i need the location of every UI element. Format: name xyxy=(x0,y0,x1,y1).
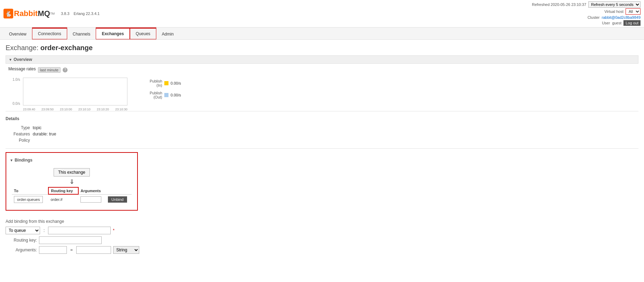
exchange-name: order-exchange xyxy=(40,44,93,52)
detail-row-type: Type topic xyxy=(8,125,638,130)
bindings-section-label: Bindings xyxy=(15,158,32,163)
rates-header: Message rates last minute ? xyxy=(8,66,638,73)
add-binding-to-row: To queue To exchange : * xyxy=(6,227,638,234)
nav-tabs: Overview Connections Channels Exchanges … xyxy=(0,28,644,40)
logo: 🐇 RabbitMQTM xyxy=(3,9,55,18)
down-arrow-icon: ⇓ xyxy=(12,178,132,186)
legend-publish-out-value: 0.00/s xyxy=(171,93,181,97)
chart-x-2: 23:10:00 xyxy=(60,108,72,111)
chart-x-1: 23:09:50 xyxy=(41,108,54,111)
detail-features-label: Features xyxy=(8,132,33,136)
tab-queues[interactable]: Queues xyxy=(130,28,156,39)
binding-routing-key-cell: order.# xyxy=(48,194,78,204)
logo-icon: 🐇 xyxy=(3,9,13,18)
help-icon[interactable]: ? xyxy=(63,68,68,72)
col-routing-key: Routing key xyxy=(48,187,78,194)
legend-publish-out-label: Publish(Out) xyxy=(138,91,162,99)
legend-publish-out-color xyxy=(164,93,168,97)
bindings-table: To Routing key Arguments order-queues or… xyxy=(12,187,132,204)
overview-arrow-icon: ▼ xyxy=(9,58,12,62)
details-section-header[interactable]: Details xyxy=(6,115,638,123)
logo-mq-text: MQ xyxy=(38,9,50,18)
legend-publish-in-label: Publish(In) xyxy=(138,79,162,87)
arguments-value-input[interactable] xyxy=(76,246,111,254)
this-exchange-container: This exchange ⇓ xyxy=(12,168,132,186)
chart-area xyxy=(23,78,127,105)
chart-x-5: 23:10:30 xyxy=(115,108,127,111)
legend-publish-in: Publish(In) 0.00/s xyxy=(138,79,181,87)
page-title-prefix: Exchange: xyxy=(6,44,39,52)
binding-arguments-cell xyxy=(78,194,106,204)
details-section: Details Type topic Features durable: tru… xyxy=(6,115,638,143)
user-row: User guest Log out xyxy=(602,20,641,26)
topbar: 🐇 RabbitMQTM 3.8.3 Erlang 22.3.4.1 Refre… xyxy=(0,0,644,28)
logo-tm-text: TM xyxy=(50,12,55,15)
last-minute-badge: last minute xyxy=(38,67,61,73)
arguments-form-label: Arguments: xyxy=(6,248,37,252)
tab-connections[interactable]: Connections xyxy=(32,28,67,39)
legend-publish-out: Publish(Out) 0.00/s xyxy=(138,91,181,99)
virtual-host-row: Virtual host All xyxy=(604,8,641,15)
tab-overview[interactable]: Overview xyxy=(3,28,32,39)
routing-key-form-label: Routing key: xyxy=(6,238,37,243)
main-content: Exchange: order-exchange ▼ Overview Mess… xyxy=(0,40,644,260)
arguments-type-select[interactable]: String Integer Boolean xyxy=(113,246,139,254)
detail-row-features: Features durable: true xyxy=(8,132,638,136)
chart-y-bottom: 0.0/s xyxy=(13,102,20,105)
binding-to-cell: order-queues xyxy=(12,194,48,204)
logo-area: 🐇 RabbitMQTM 3.8.3 Erlang 22.3.4.1 xyxy=(3,9,100,18)
bindings-section-header[interactable]: ▼ Bindings xyxy=(10,156,134,164)
to-type-select[interactable]: To queue To exchange xyxy=(6,227,40,234)
binding-row-0: order-queues order.# Unbind xyxy=(12,194,132,204)
binding-queue-label: order-queues xyxy=(14,196,43,203)
message-rates-area: 1.0/s 0.0/s 23:09:40 23:09:50 23:10:00 2… xyxy=(8,76,638,105)
logout-button[interactable]: Log out xyxy=(623,20,641,26)
to-value-input[interactable] xyxy=(48,227,111,234)
overview-section-header[interactable]: ▼ Overview xyxy=(6,55,638,64)
chart-x-labels: 23:09:40 23:09:50 23:10:00 23:10:10 23:1… xyxy=(23,108,127,111)
top-right: Refreshed 2020-05-26 23:10:37 Refresh ev… xyxy=(532,1,641,26)
cluster-link[interactable]: rabbit@0ad2c8ba9849 xyxy=(602,15,641,19)
required-star-to: * xyxy=(113,228,115,233)
binding-arguments-input[interactable] xyxy=(80,196,101,203)
details-section-label: Details xyxy=(6,116,19,121)
tab-exchanges[interactable]: Exchanges xyxy=(96,28,129,39)
detail-type-label: Type xyxy=(8,125,33,130)
this-exchange-button[interactable]: This exchange xyxy=(54,168,90,177)
refreshed-label: Refreshed 2020-05-26 23:10:37 xyxy=(532,2,586,7)
erlang-version: Erlang 22.3.4.1 xyxy=(74,11,100,16)
routing-key-input[interactable] xyxy=(39,236,102,244)
binding-routing-key-value: order.# xyxy=(50,197,62,202)
bindings-inner: This exchange ⇓ To Routing key Arguments xyxy=(10,166,134,206)
col-arguments: Arguments xyxy=(78,187,106,194)
arguments-key-input[interactable] xyxy=(39,246,67,254)
add-binding-routing-key-row: Routing key: xyxy=(6,236,638,244)
user-value: guest xyxy=(612,21,621,25)
version-number: 3.8.3 xyxy=(61,11,69,16)
refresh-dropdown[interactable]: Refresh every 5 seconds xyxy=(588,1,641,8)
overview-section-body: Message rates last minute ? 1.0/s 0.0/s … xyxy=(6,66,638,105)
tab-admin[interactable]: Admin xyxy=(156,28,179,39)
virtual-host-label: Virtual host xyxy=(604,9,623,14)
detail-row-policy: Policy xyxy=(8,138,638,143)
chart-x-3: 23:10:10 xyxy=(78,108,91,111)
chart-y-top: 1.0/s xyxy=(13,78,20,81)
overview-section-label: Overview xyxy=(14,57,32,62)
legend-area: Publish(In) 0.00/s Publish(Out) 0.00/s xyxy=(138,78,181,99)
bindings-table-header-row: To Routing key Arguments xyxy=(12,187,132,194)
chart-y-labels: 1.0/s 0.0/s xyxy=(13,78,20,105)
tab-channels[interactable]: Channels xyxy=(67,28,96,39)
virtual-host-select[interactable]: All xyxy=(626,8,641,15)
divider-2 xyxy=(6,148,638,149)
bindings-arrow-icon: ▼ xyxy=(10,158,13,162)
arguments-equals: = xyxy=(70,248,73,252)
message-rates-label: Message rates xyxy=(8,66,36,71)
unbind-button[interactable]: Unbind xyxy=(108,196,127,203)
bindings-section: ▼ Bindings This exchange ⇓ To Routing ke… xyxy=(6,152,138,211)
chart-x-4: 23:10:20 xyxy=(97,108,109,111)
chart-container: 1.0/s 0.0/s 23:09:40 23:09:50 23:10:00 2… xyxy=(23,78,127,105)
legend-publish-in-color xyxy=(164,81,168,85)
chart-x-0: 23:09:40 xyxy=(23,108,35,111)
add-binding-header: Add binding from this exchange xyxy=(6,219,638,224)
details-table: Type topic Features durable: true Policy xyxy=(6,125,638,143)
